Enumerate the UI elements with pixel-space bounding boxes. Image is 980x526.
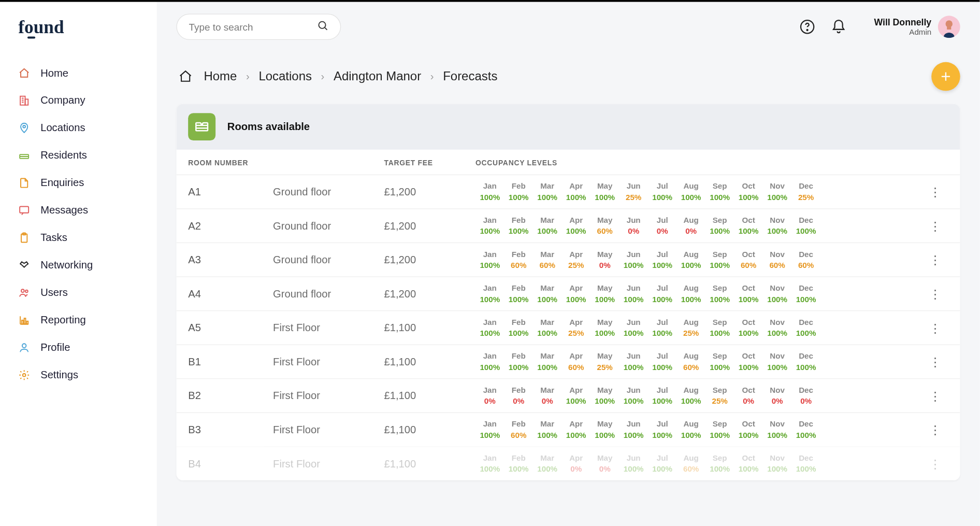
breadcrumb-locations[interactable]: Locations [258, 69, 312, 84]
occupancy-month: Mar [533, 283, 561, 293]
sidebar-item-reporting[interactable]: Reporting [0, 306, 157, 334]
svg-text:found: found [18, 18, 64, 37]
table-row[interactable]: B2First Floor£1,100Jan0%Feb0%Mar0%Apr100… [176, 378, 960, 413]
occupancy-cell: Aug25% [676, 318, 705, 338]
row-menu-icon[interactable]: ⋮ [923, 424, 948, 436]
row-menu-icon[interactable]: ⋮ [923, 186, 948, 198]
sidebar-item-enquiries[interactable]: Enquiries [0, 169, 157, 197]
occupancy-value: 100% [619, 465, 647, 474]
occupancy-month: Mar [533, 182, 561, 191]
breadcrumb-home[interactable]: Home [204, 69, 237, 84]
occupancy-month: Nov [763, 283, 791, 293]
occupancy-cell: Jul0% [648, 216, 676, 236]
sidebar-item-label: Messages [40, 205, 88, 217]
svg-rect-19 [26, 321, 28, 324]
occupancy-value: 100% [561, 396, 590, 406]
svg-point-21 [23, 374, 26, 377]
occupancy-cell: May100% [590, 283, 619, 304]
sidebar-item-settings[interactable]: Settings [0, 361, 157, 389]
occupancy-value: 25% [676, 329, 705, 338]
brand-logo: found [0, 18, 157, 55]
occupancy-month: Dec [791, 216, 820, 225]
occupancy-cell: Jul100% [648, 283, 676, 304]
table-row[interactable]: A3Ground floor£1,200Jan100%Feb60%Mar60%A… [176, 243, 960, 277]
occupancy-value: 100% [648, 193, 676, 202]
occupancy-month: Dec [791, 420, 820, 429]
help-icon[interactable] [798, 18, 816, 36]
sidebar-item-label: Home [40, 67, 68, 79]
occupancy-value: 100% [475, 363, 504, 372]
occupancy-month: Sep [705, 453, 734, 463]
occupancy-cell: Oct100% [734, 182, 762, 202]
occupancy-cell: Apr25% [561, 250, 590, 270]
occupancy-value: 0% [561, 465, 590, 474]
row-menu-icon[interactable]: ⋮ [923, 322, 948, 334]
table-row[interactable]: A4Ground floor£1,200Jan100%Feb100%Mar100… [176, 276, 960, 310]
room-fee: £1,100 [384, 356, 475, 368]
occupancy-value: 100% [475, 261, 504, 270]
sidebar-item-tasks[interactable]: Tasks [0, 224, 157, 252]
occupancy-value: 100% [791, 431, 820, 440]
occupancy-value: 100% [705, 193, 734, 202]
sidebar-item-label: Tasks [40, 232, 67, 244]
row-menu-icon[interactable]: ⋮ [923, 288, 948, 300]
room-fee: £1,200 [384, 220, 475, 232]
occupancy-month: Feb [504, 182, 532, 191]
search-box[interactable] [176, 13, 341, 39]
table-row[interactable]: A2Ground floor£1,200Jan100%Feb100%Mar100… [176, 208, 960, 243]
occupancy-cell: Apr60% [561, 351, 590, 372]
row-menu-icon[interactable]: ⋮ [923, 390, 948, 402]
svg-point-7 [23, 125, 25, 128]
occupancy-month: May [590, 453, 619, 463]
row-menu-icon[interactable]: ⋮ [923, 458, 948, 470]
occupancy-cell: Feb100% [504, 318, 532, 338]
occupancy-month: Aug [676, 386, 705, 395]
occupancy-month: Nov [763, 420, 791, 429]
occupancy-month: Jul [648, 386, 676, 395]
occupancy-month: Jul [648, 420, 676, 429]
table-row[interactable]: B4First Floor£1,100Jan100%Feb100%Mar100%… [176, 446, 960, 480]
occupancy-cell: Feb0% [504, 386, 532, 406]
occupancy-value: 60% [676, 363, 705, 372]
occupancy-month: Apr [561, 453, 590, 463]
table-row[interactable]: A5First Floor£1,100Jan100%Feb100%Mar100%… [176, 310, 960, 345]
sidebar-item-label: Residents [40, 150, 87, 162]
occupancy-month: Jul [648, 250, 676, 259]
occupancy-month: Mar [533, 453, 561, 463]
occupancy-month: Feb [504, 283, 532, 293]
occupancy-value: 100% [504, 329, 532, 338]
user-menu[interactable]: Will Donnelly Admin [874, 16, 960, 38]
sidebar-item-users[interactable]: Users [0, 279, 157, 306]
room-number: B2 [188, 390, 273, 402]
table-row[interactable]: B3First Floor£1,100Jan100%Feb60%Mar100%A… [176, 413, 960, 447]
row-menu-icon[interactable]: ⋮ [923, 254, 948, 266]
svg-point-25 [807, 30, 808, 31]
breadcrumb-adington-manor[interactable]: Adington Manor [334, 69, 421, 84]
table-row[interactable]: B1First Floor£1,100Jan100%Feb100%Mar100%… [176, 345, 960, 379]
sidebar-item-home[interactable]: Home [0, 60, 157, 87]
sidebar-item-messages[interactable]: Messages [0, 197, 157, 224]
sidebar-item-profile[interactable]: Profile [0, 334, 157, 361]
table-row[interactable]: A1Ground floor£1,200Jan100%Feb100%Mar100… [176, 175, 960, 209]
home-icon[interactable] [176, 67, 194, 86]
occupancy-value: 100% [648, 363, 676, 372]
row-menu-icon[interactable]: ⋮ [923, 356, 948, 368]
room-number: A3 [188, 254, 273, 266]
sidebar-item-locations[interactable]: Locations [0, 115, 157, 142]
search-input[interactable] [189, 21, 316, 32]
occupancy-month: Aug [676, 318, 705, 327]
occupancy-cell: Jan100% [475, 420, 504, 440]
bell-icon[interactable] [830, 18, 848, 36]
occupancy-cell: Jan100% [475, 318, 504, 338]
sidebar-item-residents[interactable]: Residents [0, 142, 157, 169]
occupancy-cell: Mar100% [533, 318, 561, 338]
occupancy-value: 100% [734, 431, 762, 440]
sidebar-item-company[interactable]: Company [0, 87, 157, 115]
row-menu-icon[interactable]: ⋮ [923, 220, 948, 232]
handshake-icon [18, 260, 30, 272]
occupancy-value: 0% [533, 396, 561, 406]
occupancy-value: 100% [705, 431, 734, 440]
occupancy-value: 100% [504, 295, 532, 304]
sidebar-item-networking[interactable]: Networking [0, 251, 157, 279]
add-button[interactable] [931, 62, 960, 91]
